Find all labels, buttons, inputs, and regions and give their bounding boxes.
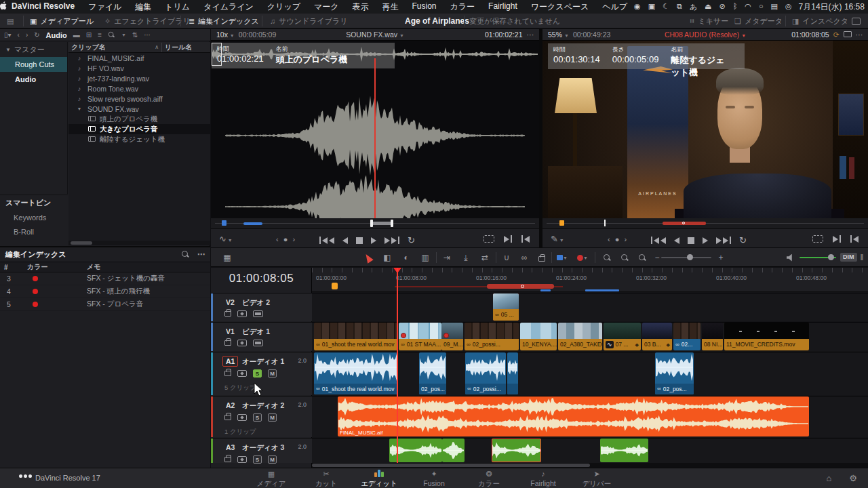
zoom-slider-knob[interactable] [687,254,693,260]
menu-app[interactable]: DaVinci Resolve [7,1,81,13]
menu-10[interactable]: カラー [443,1,482,13]
timeline-view-options-icon[interactable]: ▦ [222,252,233,263]
clip-marker-red[interactable] [401,333,406,338]
track-enable-icon[interactable] [253,340,263,346]
panel-toggle-right-1[interactable]: ≡ミキサー [690,14,728,28]
clip-marker-red[interactable] [443,333,449,338]
display-icon[interactable]: ▤ [771,2,778,12]
playhead[interactable] [397,268,398,463]
jog-control[interactable]: ‹ ● › [276,235,296,243]
menu-1[interactable]: ファイル [81,1,128,13]
clip-list-hscrollbar[interactable] [68,241,210,245]
match-frame-icon[interactable] [812,235,823,243]
resync-icon[interactable]: ⟳ [833,30,840,39]
source-more-icon[interactable]: ⋯ [527,30,534,39]
stop-button[interactable] [356,237,363,244]
edit-index-row[interactable]: 5SFX - プロペラ音 [0,298,210,311]
menu-4[interactable]: タイムライン [197,1,260,13]
loop-button[interactable]: ↻ [739,235,747,245]
wifi-icon[interactable]: ◠ [745,2,751,12]
bin-master[interactable]: ▼マスター [0,42,67,57]
track-id-a2[interactable]: A2 [222,400,238,411]
panel-toggle-3[interactable]: ≣編集インデックス [189,14,259,28]
prev-edit-icon[interactable] [850,235,859,243]
list-view-icon[interactable]: ≡ [98,31,102,39]
track-id-v2[interactable]: V2 [222,297,238,308]
track-header-v2[interactable]: V2ビデオ 2 [211,293,312,321]
assistant-icon[interactable]: ◎ [785,2,792,12]
next-edit-icon[interactable] [504,235,512,243]
audio-level-icon[interactable]: ∿ ▼ [219,234,233,244]
timeline-clip-video[interactable]: ∞01_shoot the real world.mov [314,323,397,350]
timeline-clip-video[interactable]: 03 B...◆ [642,323,672,350]
page-tab-2[interactable]: ✂カット [299,470,353,488]
timeline-clip-music[interactable]: FINAL_MUSIC.aif [338,396,809,436]
replace-clip-icon[interactable]: ⇄ [479,252,490,263]
monitor-icon[interactable]: ▤ [7,14,14,28]
timeline-marker-blue-1[interactable] [540,289,551,291]
input-source-ja-icon[interactable]: あ [690,2,697,12]
settings-icon[interactable]: ⚙ [849,473,857,483]
panel-toggle-right-3[interactable]: ◨インスペクタ [792,14,848,28]
timeline-hscrollbar[interactable] [312,463,868,468]
menubar-clock[interactable]: 7月14日(水) 16:58 [799,1,865,13]
clip-list-item[interactable]: ♪FINAL_MUSIC.aif [68,53,210,63]
source-in-handle[interactable] [370,220,373,227]
bin-audio[interactable]: Audio [0,72,67,87]
play-forward-button[interactable] [371,237,376,244]
spotlight-icon[interactable]: ○ [759,2,764,12]
timeline-clip-audio[interactable]: 02_pos... [419,352,446,394]
menu-11[interactable]: Fairlight [481,1,524,13]
track-header-a2[interactable]: A2オーディオ 22.0SM1 クリップ [211,396,312,437]
clipboard-icon[interactable]: ⧉ [677,2,682,12]
page-tab-1[interactable]: ▦メディア [244,470,298,488]
page-tab-7[interactable]: ➤デリバー [570,470,624,488]
search-icon[interactable] [182,251,189,258]
source-scrub-bar[interactable] [211,218,539,228]
track-id-a3[interactable]: A3 [222,442,238,453]
dynamic-trim-tool[interactable]: ◐ [401,252,412,263]
solo-button[interactable]: S [253,369,262,378]
home-icon[interactable]: ⌂ [826,473,831,483]
edit-index-row[interactable]: 4SFX - 頭上の飛行機 [0,285,210,298]
source-playhead[interactable] [374,58,376,218]
creative-cloud-icon[interactable]: ◉ [634,2,641,12]
moon-icon[interactable]: ☾ [663,2,669,12]
panel-toggle-1[interactable]: ▣メディアプール [30,14,94,28]
track-id-v1[interactable]: V1 [222,326,238,337]
timeline-clip-video[interactable]: 08 NI... [702,323,723,350]
thumbnail-view-icon[interactable]: ⊞ [86,31,92,39]
track-enable-icon[interactable] [253,310,263,317]
back-icon[interactable]: ‹ [18,31,20,39]
source-view-region[interactable] [212,43,222,66]
source-marker-blue[interactable] [222,220,226,226]
volume-slider-knob[interactable] [828,254,834,260]
zoom-in-button[interactable]: + [715,252,726,263]
timeline-clip-video[interactable]: ∞02_possi... [465,323,519,350]
menu-5[interactable]: クリップ [260,1,307,13]
zoom-full-icon[interactable] [601,252,612,263]
timeline-marker-orange[interactable] [332,283,338,289]
next-edit-icon[interactable] [833,235,841,243]
meters-icon[interactable]: ‖ [856,252,867,263]
viewer-more-icon[interactable]: ⋯ [856,30,863,39]
timeline-scrub-bar[interactable] [542,218,868,228]
clip-list-item[interactable]: ♪Room Tone.wav [68,83,210,94]
goto-first-frame-button[interactable] [319,237,334,244]
lock-icon[interactable] [224,311,231,317]
lock-icon[interactable] [224,371,231,376]
timeline-clip-video[interactable]: 02_A380_TAKEO... [558,323,602,350]
annotation-icon[interactable]: ✎ ▼ [551,234,564,244]
usage-icon[interactable]: ↻ [34,31,39,39]
auto-select-icon[interactable] [237,456,247,463]
selection-tool[interactable] [363,252,374,263]
timeline-clip-video[interactable]: 11_MOVIE_CREDITS.mov [724,323,809,350]
goto-last-frame-button[interactable] [716,237,731,244]
clip-list-item[interactable]: 大きなプロペラ音 [68,124,210,134]
panel-toggle-2[interactable]: ✧エフェクトライブラリ [104,14,191,28]
timeline-clip-audio[interactable]: ∞02_pos... [655,352,694,394]
timeline-clip-video[interactable]: ∞05 ... [493,293,519,321]
timeline-clip-sfx[interactable] [492,439,541,462]
timeline-scrub-playhead[interactable] [604,220,606,226]
eject-icon[interactable]: ⏏ [705,2,711,12]
